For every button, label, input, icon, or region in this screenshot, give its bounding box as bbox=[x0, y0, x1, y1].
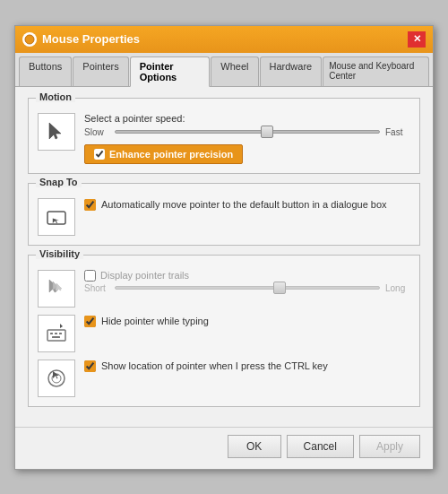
tab-pointers[interactable]: Pointers bbox=[73, 56, 128, 86]
auto-move-label: Automatically move pointer to the defaul… bbox=[101, 198, 387, 212]
svg-rect-11 bbox=[52, 336, 60, 338]
trail-icon-box bbox=[38, 270, 75, 308]
hide-typing-group: Hide pointer while typing bbox=[38, 315, 410, 352]
motion-content: Select a pointer speed: Slow Fast Enhanc… bbox=[38, 113, 410, 164]
speed-label: Select a pointer speed: bbox=[84, 113, 410, 124]
title-bar-left: Mouse Properties bbox=[22, 32, 140, 47]
svg-marker-6 bbox=[56, 283, 62, 291]
snap-to-icon bbox=[44, 204, 69, 230]
svg-marker-1 bbox=[49, 123, 61, 139]
title-bar: Mouse Properties ✕ bbox=[15, 26, 433, 53]
snap-to-inner: Automatically move pointer to the defaul… bbox=[84, 198, 410, 212]
show-ctrl-label: Show location of pointer when I press th… bbox=[101, 360, 328, 373]
bottom-buttons: OK Cancel Apply bbox=[15, 427, 433, 469]
fast-label: Fast bbox=[385, 127, 410, 137]
snap-to-title: Snap To bbox=[36, 177, 82, 187]
tab-pointer-options[interactable]: Pointer Options bbox=[130, 56, 211, 87]
svg-point-13 bbox=[48, 370, 65, 386]
show-ctrl-checkbox[interactable] bbox=[84, 360, 96, 372]
tabs-bar: Buttons Pointers Pointer Options Wheel H… bbox=[15, 53, 433, 87]
auto-move-checkbox[interactable] bbox=[84, 199, 96, 211]
enhance-checkbox[interactable] bbox=[94, 149, 105, 160]
svg-rect-10 bbox=[59, 333, 62, 334]
tab-buttons[interactable]: Buttons bbox=[19, 56, 72, 86]
window-title: Mouse Properties bbox=[42, 32, 140, 46]
trail-row-group: Display pointer trails Short Long bbox=[38, 270, 410, 308]
show-ctrl-row: Show location of pointer when I press th… bbox=[84, 360, 410, 373]
show-ctrl-icon-box bbox=[38, 360, 75, 397]
motion-icon-box bbox=[38, 113, 75, 151]
trail-label: Display pointer trails bbox=[100, 270, 189, 281]
motion-title: Motion bbox=[36, 91, 75, 102]
hide-typing-icon-box bbox=[38, 315, 75, 352]
ok-button[interactable]: OK bbox=[228, 435, 281, 458]
close-button[interactable]: ✕ bbox=[408, 31, 426, 48]
svg-rect-7 bbox=[47, 330, 65, 341]
trail-slider-track[interactable] bbox=[115, 286, 380, 290]
svg-marker-3 bbox=[53, 218, 59, 223]
hide-typing-label: Hide pointer while typing bbox=[101, 315, 209, 328]
short-label: Short bbox=[84, 283, 109, 293]
enhance-precision-button[interactable]: Enhance pointer precision bbox=[84, 144, 243, 164]
motion-inner: Select a pointer speed: Slow Fast Enhanc… bbox=[84, 113, 410, 164]
visibility-section: Visibility Display pointer trails bbox=[28, 255, 420, 407]
long-label: Long bbox=[385, 283, 410, 293]
app-icon bbox=[22, 32, 37, 47]
motion-section: Motion Select a pointer speed: Slow Fast bbox=[28, 98, 420, 174]
snap-to-icon-box bbox=[38, 198, 75, 236]
hide-typing-inner: Hide pointer while typing bbox=[84, 315, 410, 328]
tab-wheel[interactable]: Wheel bbox=[211, 56, 258, 86]
hide-typing-icon bbox=[44, 321, 69, 346]
snap-to-section: Snap To Automatically move pointer to th… bbox=[28, 183, 420, 246]
speed-slider-track[interactable] bbox=[115, 130, 380, 134]
cancel-button[interactable]: Cancel bbox=[287, 435, 354, 458]
window: Mouse Properties ✕ Buttons Pointers Poin… bbox=[14, 25, 434, 470]
speed-slider-thumb[interactable] bbox=[261, 126, 273, 138]
svg-marker-12 bbox=[60, 324, 63, 328]
trail-slider-row: Short Long bbox=[84, 283, 410, 293]
svg-point-0 bbox=[25, 35, 34, 44]
visibility-title: Visibility bbox=[36, 248, 83, 259]
apply-button[interactable]: Apply bbox=[359, 435, 420, 458]
show-ctrl-group: Show location of pointer when I press th… bbox=[38, 360, 410, 397]
hide-typing-row: Hide pointer while typing bbox=[84, 315, 410, 328]
trail-slider-thumb[interactable] bbox=[273, 282, 286, 294]
content-area: Motion Select a pointer speed: Slow Fast bbox=[15, 87, 433, 427]
trail-checkbox[interactable] bbox=[84, 270, 96, 282]
auto-move-row: Automatically move pointer to the defaul… bbox=[84, 198, 410, 212]
pointer-speed-icon bbox=[44, 119, 69, 144]
tab-hardware[interactable]: Hardware bbox=[260, 56, 323, 86]
show-ctrl-inner: Show location of pointer when I press th… bbox=[84, 360, 410, 373]
svg-rect-9 bbox=[55, 333, 57, 334]
snap-to-content: Automatically move pointer to the defaul… bbox=[38, 198, 410, 236]
enhance-label: Enhance pointer precision bbox=[109, 149, 233, 160]
trail-inner: Display pointer trails Short Long bbox=[84, 270, 410, 293]
svg-marker-15 bbox=[53, 371, 59, 379]
pointer-trails-icon bbox=[44, 276, 69, 301]
show-ctrl-icon bbox=[44, 366, 69, 391]
slow-label: Slow bbox=[84, 127, 109, 137]
speed-slider-row: Slow Fast bbox=[84, 127, 410, 137]
trail-checkbox-row: Display pointer trails bbox=[84, 270, 410, 282]
tab-mouse-keyboard[interactable]: Mouse and Keyboard Center bbox=[323, 56, 429, 86]
svg-rect-8 bbox=[50, 333, 53, 334]
hide-typing-checkbox[interactable] bbox=[84, 316, 96, 327]
